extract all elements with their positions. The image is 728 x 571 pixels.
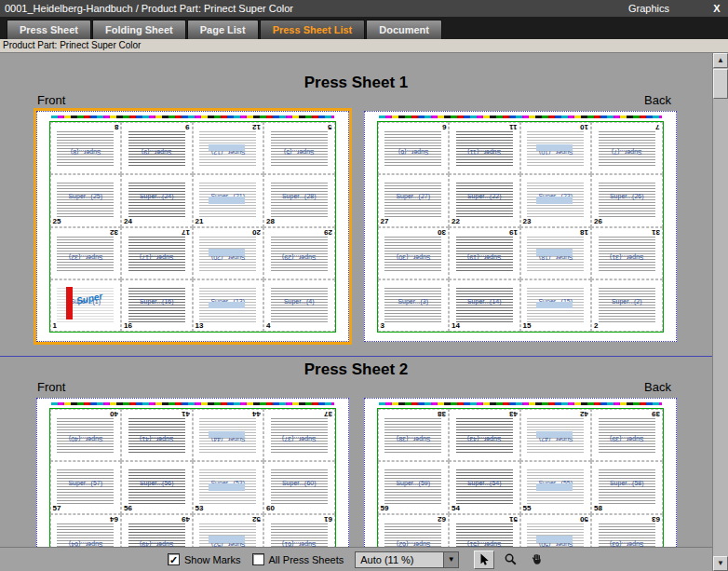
sheet-preview-front[interactable]: 8Super...(8)9Super...(9)12Super...(12)5S… [34,108,352,345]
page-text-preview [599,183,655,217]
page-cell[interactable]: 13Super...(13) [193,279,264,332]
plate-area: 8Super...(8)9Super...(9)12Super...(12)5S… [36,111,349,342]
page-cell[interactable]: 41Super...(41) [121,409,193,461]
page-number: 49 [182,515,190,523]
dropdown-arrow-icon[interactable]: ▼ [443,552,458,567]
page-cell[interactable]: 38Super...(38) [378,409,450,461]
page-cell[interactable]: 24Super...(24) [121,174,193,226]
page-caption: Super...(20) [194,254,263,261]
vertical-scrollbar[interactable]: ▲ ▼ [712,53,728,571]
page-cell[interactable]: 22Super...(22) [449,174,520,226]
sheet-sections: Press Sheet 1FrontBack8Super...(8)9Super… [0,53,712,571]
page-caption: Super...(37) [264,436,334,442]
tab-page-list[interactable]: Page List [187,20,259,39]
zoom-tool-button[interactable] [500,551,520,569]
page-cell[interactable]: 26Super...(26) [591,174,663,226]
page-cell[interactable]: 6Super...(6) [378,122,450,174]
page-cell[interactable]: 7Super...(7) [591,122,663,174]
scroll-up-button[interactable]: ▲ [713,53,728,68]
page-cell[interactable]: 20Super...(20) [193,227,264,279]
page-caption: Super...(16) [122,298,192,305]
page-number: 31 [652,228,660,237]
page-cell[interactable]: 21Super...(21) [193,174,264,226]
page-cell[interactable]: 10Super...(10) [520,122,592,174]
graphics-menu[interactable]: Graphics [628,3,669,14]
page-cell[interactable]: 44Super...(44) [193,409,264,461]
page-cell[interactable]: 56Super...(56) [121,461,193,513]
tab-folding-sheet[interactable]: Folding Sheet [92,20,186,39]
page-cell[interactable]: 14Super...(14) [449,279,520,332]
show-marks-checkbox[interactable]: ✓ Show Marks [168,553,241,565]
page-caption: Super...(41) [122,436,192,442]
checkbox-unchecked-icon[interactable] [252,553,264,565]
page-caption: Super...(43) [450,436,519,442]
magnifier-icon [504,552,518,566]
page-cell[interactable]: 2Super...(2) [591,279,663,332]
page-cell[interactable]: 53Super...(53) [193,461,264,513]
page-cell[interactable]: 5Super...(5) [263,122,335,174]
close-button[interactable]: X [710,3,723,14]
page-number: 17 [182,228,190,237]
zoom-select[interactable]: Auto (11 %) ▼ [355,551,459,568]
page-caption: Super...(30) [379,254,449,261]
page-cell[interactable]: 42Super...(42) [520,409,592,461]
page-cell[interactable]: 25Super...(25) [50,174,122,226]
page-cell[interactable]: 60Super...(60) [263,461,335,513]
page-cell[interactable]: 32Super...(32) [50,227,122,279]
front-label: Front [37,380,65,395]
page-cell[interactable]: 40Super...(40) [50,409,122,461]
pointer-tool-button[interactable] [474,551,494,569]
page-cell[interactable]: 57Super...(57) [50,461,122,513]
page-cell[interactable]: 54Super...(54) [449,461,520,513]
scrollbar-thumb[interactable] [713,69,728,99]
page-cell[interactable]: 58Super...(58) [591,461,663,513]
sheet-preview-front[interactable]: 40Super...(40)41Super...(41)44Super...(4… [34,395,352,571]
page-caption: Super...(59) [379,480,449,486]
page-caption: Super...(56) [122,480,192,486]
page-cell[interactable]: 23Super...(23) [520,174,592,226]
page-cell[interactable]: 19Super...(19) [449,227,520,279]
page-cell[interactable]: 37Super...(37) [263,409,335,461]
scroll-down-button[interactable]: ▼ [713,556,728,571]
page-cell[interactable]: 18Super...(18) [520,227,592,279]
page-cell[interactable]: 17Super...(17) [121,227,193,279]
page-cell[interactable]: 55Super...(55) [520,461,592,513]
page-cell[interactable]: 39Super...(39) [591,409,663,461]
press-sheet-title: Press Sheet 1 [0,74,712,92]
page-cell[interactable]: 16Super...(16) [121,279,193,332]
page-cell[interactable]: 27Super...(27) [378,174,450,226]
page-cell[interactable]: 8Super...(8) [50,122,122,174]
page-cell[interactable]: 3Super...(3) [378,279,450,332]
page-number: 25 [53,217,61,225]
all-press-sheets-label: All Press Sheets [269,554,344,565]
page-cell[interactable]: 12Super...(12) [193,122,264,174]
checkbox-checked-icon[interactable]: ✓ [168,553,180,565]
page-caption: Super...(5) [264,149,334,156]
page-cell[interactable]: 9Super...(9) [121,122,193,174]
page-cell[interactable]: 59Super...(59) [378,461,450,513]
page-cell[interactable]: 30Super...(30) [378,227,450,279]
tab-press-sheet-list[interactable]: Press Sheet List [260,20,366,39]
tab-press-sheet[interactable]: Press Sheet [7,20,91,39]
page-number: 19 [509,228,518,237]
page-cell[interactable]: 1Super...(1)Super [50,279,122,332]
sheet-preview-back[interactable]: 6Super...(6)11Super...(11)10Super...(10)… [361,108,680,345]
page-cell[interactable]: 43Super...(43) [449,409,520,461]
page-cell[interactable]: 15Super...(15) [520,279,592,332]
page-cell[interactable]: 28Super...(28) [263,174,335,226]
product-part-bar: Product Part: Prinect Super Color [0,39,728,53]
page-cell[interactable]: 29Super...(29) [263,227,335,279]
page-cell[interactable]: 11Super...(11) [449,122,520,174]
page-caption: Super...(28) [264,193,334,199]
page-number: 10 [580,123,588,131]
page-caption: Super...(44) [194,436,263,442]
all-press-sheets-checkbox[interactable]: All Press Sheets [252,553,344,565]
page-cell[interactable]: 31Super...(31) [591,227,663,279]
page-cell[interactable]: 4Super...(4) [263,279,335,332]
page-text-preview [57,469,114,504]
sheet-preview-back[interactable]: 38Super...(38)43Super...(43)42Super...(4… [361,395,680,571]
tab-document[interactable]: Document [366,20,442,39]
pan-tool-button[interactable] [526,551,546,569]
page-grid: 6Super...(6)11Super...(11)10Super...(10)… [377,121,664,333]
color-control-bar-icon [379,116,662,118]
